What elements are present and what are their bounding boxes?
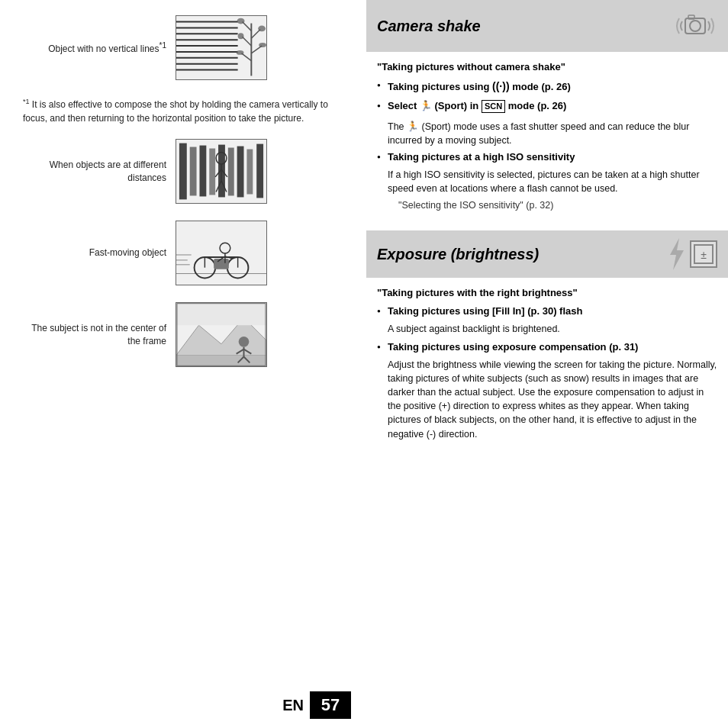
svg-rect-27 [246,149,253,194]
lang-label: EN [282,697,304,714]
exposure-body: "Taking pictures with the right brightne… [366,278,728,456]
svg-rect-28 [256,144,263,198]
illus-image-4 [176,302,267,367]
svg-point-16 [258,25,266,31]
page-number: 57 [310,691,351,719]
illustration-row-2: When objects are at different distances [23,139,351,204]
svg-point-17 [238,33,244,39]
bullet-1-text: Taking pictures using ((·)) mode (p. 26) [388,81,571,92]
ev-box: ± [690,240,717,268]
illustration-row-3: Fast-moving object [23,221,351,285]
page-number-area: EN 57 [282,691,351,719]
camera-shake-bullets: Taking pictures using ((·)) mode (p. 26)… [377,79,717,114]
right-panel: Camera shake "Taking pictures without ca… [366,0,728,728]
exposure-subtitle: "Taking pictures with the right brightne… [377,287,717,298]
svg-point-15 [237,18,245,24]
camera-shake-subtitle: "Taking pictures without camera shake" [377,61,717,72]
svg-line-14 [242,53,252,61]
exposure-bullets: Taking pictures using [Fill In] (p. 30) … [377,304,717,441]
exposure-bullet-1: Taking pictures using [Fill In] (p. 30) … [377,304,717,336]
illustration-row-4: The subject is not in the center of the … [23,302,351,367]
svg-rect-61 [688,15,694,19]
bullet-item-1: Taking pictures using ((·)) mode (p. 26) [377,79,717,95]
exposure-comp-label: Taking pictures using exposure compensat… [388,341,638,353]
svg-line-12 [243,37,252,46]
bullet-3-sub: If a high ISO sensitivity is selected, p… [388,168,717,195]
svg-rect-50 [176,303,266,326]
camera-shake-icon-area [672,8,717,44]
sport-icon: 🏃 [420,100,432,111]
fill-in-flash-label: Taking pictures using [Fill In] (p. 30) … [388,305,582,317]
svg-rect-22 [199,146,206,197]
illus-image-1 [176,15,267,80]
svg-rect-41 [214,259,229,269]
bullet-2-text: Select 🏃 (Sport) in SCN mode (p. 26) [388,100,566,111]
illus-label-2: When objects are at different distances [23,159,176,185]
svg-text:±: ± [701,249,707,261]
bullet-item-3: Taking pictures at a high ISO sensitivit… [377,150,717,212]
svg-marker-62 [670,238,684,270]
svg-rect-23 [209,149,215,195]
sport-mode-desc: The 🏃 (Sport) mode uses a fast shutter s… [388,120,717,147]
svg-point-18 [259,43,266,47]
illus-image-3 [176,221,267,285]
svg-rect-25 [228,148,234,196]
illus-image-2 [176,139,267,204]
camera-shake-title: Camera shake [377,18,481,35]
camera-shake-body: "Taking pictures without camera shake" T… [366,52,728,227]
illus-label-3: Fast-moving object [23,246,176,259]
camera-shake-svg [672,8,717,44]
scn-badge: SCN [482,100,505,112]
footnote-text: *1 It is also effective to compose the s… [23,97,351,125]
svg-rect-51 [176,356,266,367]
svg-rect-20 [179,143,187,200]
svg-point-42 [220,243,230,253]
svg-point-60 [690,21,701,31]
illus-label-1: Object with no vertical lines*1 [23,40,176,56]
exposure-title: Exposure (brightness) [377,246,539,263]
svg-rect-26 [237,147,244,198]
illus-label-4: The subject is not in the center of the … [23,322,176,348]
camera-shake-bullets-2: Taking pictures at a high ISO sensitivit… [377,150,717,212]
svg-point-19 [237,50,244,55]
camera-shake-header: Camera shake [366,0,728,52]
svg-rect-21 [190,147,197,196]
bullet-3-ref: "Selecting the ISO sensitivity" (p. 32) [398,198,717,212]
exposure-header: Exposure (brightness) ± [366,230,728,278]
camera-mode-icon: ((·)) [492,80,510,92]
exposure-icons-area: ± [665,238,717,270]
svg-line-11 [251,29,260,38]
flash-icon [665,238,687,270]
illustration-row-1: Object with no vertical lines*1 [23,15,351,80]
exposure-comp-sub: Adjust the brightness while viewing the … [388,358,717,441]
svg-line-10 [243,22,252,31]
svg-line-13 [251,46,262,53]
left-panel: Object with no vertical lines*1 [0,0,366,728]
svg-point-52 [239,337,250,347]
bullet-3-bold: Taking pictures at a high ISO sensitivit… [388,151,575,163]
exposure-bullet-2: Taking pictures using exposure compensat… [377,340,717,441]
bullet-item-2: Select 🏃 (Sport) in SCN mode (p. 26) [377,99,717,114]
fill-in-flash-sub: A subject against backlight is brightene… [388,322,717,336]
